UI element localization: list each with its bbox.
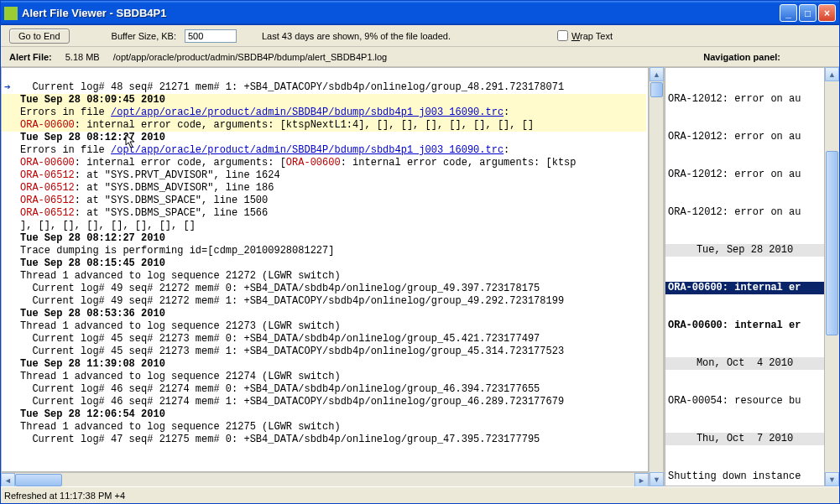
status-bar: Refreshed at 11:17:38 PM +4	[1, 486, 839, 503]
toolbar: Go to End Buffer Size, KB: Last 43 days …	[1, 25, 839, 47]
load-status-text: Last 43 days are shown, 9% of the file l…	[262, 31, 451, 41]
nav-item[interactable]: ORA-12012: error on au	[665, 206, 824, 219]
hscroll-track[interactable]	[15, 473, 634, 486]
scroll-down-icon[interactable]: ▼	[650, 472, 664, 486]
log-text: Errors in file	[20, 144, 111, 156]
status-text: Refreshed at 11:17:38 PM +4	[4, 491, 125, 501]
log-line: Current log# 49 seq# 21272 mem# 0: +SB4_…	[20, 283, 540, 294]
log-line: Current log# 45 seq# 21273 mem# 0: +SB4_…	[20, 333, 540, 345]
nav-item-selected[interactable]: ORA-00600: internal er	[665, 282, 824, 294]
trace-file-link[interactable]: /opt/app/oracle/product/admin/SBDB4P/bdu…	[111, 107, 503, 118]
ora-error-code: ORA-06512	[20, 195, 75, 206]
go-to-end-button[interactable]: Go to End	[9, 29, 70, 44]
nav-item[interactable]: ORA-12012: error on au	[665, 131, 824, 143]
log-line: Thread 1 advanced to log sequence 21272 …	[20, 270, 341, 282]
scroll-left-icon[interactable]: ◄	[1, 473, 15, 486]
log-line: Current log# 46 seq# 21274 mem# 0: +SB4_…	[20, 383, 540, 395]
log-line: Thread 1 advanced to log sequence 21274 …	[20, 371, 341, 382]
nav-item[interactable]: ORA-00054: resource bu	[665, 395, 824, 408]
maximize-button[interactable]: □	[799, 4, 817, 22]
log-line: Current log# 49 seq# 21272 mem# 1: +SB4_…	[20, 295, 564, 307]
buffer-size-label: Buffer Size, KB:	[112, 31, 176, 41]
file-size-text: 5.18 MB	[65, 52, 100, 62]
log-timestamp: Tue Sep 28 08:15:45 2010	[20, 257, 165, 269]
main-hscrollbar[interactable]: ◄ ►	[1, 472, 649, 486]
log-line: Thread 1 advanced to log sequence 21273 …	[20, 320, 341, 332]
navigation-panel[interactable]: ORA-12012: error on au ORA-12012: error …	[665, 67, 825, 486]
log-timestamp: Tue Sep 28 08:12:27 2010	[20, 232, 165, 244]
log-line: Current log# 48 seq# 21271 mem# 1: +SB4_…	[20, 81, 564, 93]
ora-error-code: ORA-00600	[286, 157, 341, 169]
nav-item[interactable]: ORA-12012: error on au	[665, 93, 824, 106]
current-line-arrow-icon: ➔	[4, 81, 11, 94]
nav-date-header: Thu, Oct 7 2010	[665, 433, 824, 445]
info-bar: Alert File: 5.18 MB /opt/app/oracle/prod…	[1, 47, 839, 67]
trace-file-link[interactable]: /opt/app/oracle/product/admin/SBDB4P/bdu…	[111, 144, 503, 156]
nav-date-header: Tue, Sep 28 2010	[665, 244, 824, 257]
log-text: Errors in file	[20, 107, 111, 118]
close-button[interactable]: ×	[818, 4, 836, 22]
log-line: ], [], [], [], [], [], [], []	[20, 220, 196, 231]
vscroll-thumb[interactable]	[826, 151, 838, 335]
ora-error-code: ORA-00600	[20, 157, 75, 169]
log-timestamp: Tue Sep 28 08:12:27 2010	[20, 132, 165, 143]
ora-error-code: ORA-06512	[20, 207, 75, 219]
main-pane-wrap: Current log# 48 seq# 21271 mem# 1: +SB4_…	[1, 67, 649, 486]
log-timestamp: Tue Sep 28 11:39:08 2010	[20, 358, 165, 370]
wrap-text-label: Wrap Text	[571, 31, 613, 41]
titlebar: Alert File Viewer - SBDB4P1 _ □ ×	[1, 1, 839, 25]
file-path-text: /opt/app/oracle/product/admin/SBDB4P/bdu…	[113, 52, 388, 62]
nav-item[interactable]: ORA-00600: internal er	[665, 320, 824, 332]
scroll-up-icon[interactable]: ▲	[650, 67, 664, 81]
nav-pane-wrap: ORA-12012: error on au ORA-12012: error …	[663, 67, 839, 486]
wrap-text-checkbox[interactable]: Wrap Text	[557, 30, 613, 41]
nav-vscrollbar[interactable]: ▲ ▼	[825, 67, 839, 486]
alert-file-label: Alert File:	[9, 52, 52, 62]
wrap-text-input[interactable]	[557, 30, 568, 41]
log-timestamp: Tue Sep 28 08:53:36 2010	[20, 308, 165, 320]
ora-error-code: ORA-06512	[20, 182, 75, 194]
log-line: Current log# 45 seq# 21273 mem# 1: +SB4_…	[20, 346, 564, 357]
app-icon	[4, 7, 18, 20]
hscroll-thumb[interactable]	[15, 474, 62, 486]
nav-date-header: Mon, Oct 4 2010	[665, 357, 824, 370]
log-line: Current log# 47 seq# 21275 mem# 0: +SB4_…	[20, 434, 540, 445]
minimize-button[interactable]: _	[780, 4, 797, 22]
scroll-up-icon[interactable]: ▲	[825, 67, 839, 81]
log-line: Trace dumping is performing id=[cdmp_201…	[20, 245, 334, 257]
log-viewer[interactable]: Current log# 48 seq# 21271 mem# 1: +SB4_…	[1, 67, 649, 472]
ora-error-code: ORA-06512	[20, 169, 75, 181]
window-title: Alert File Viewer - SBDB4P1	[22, 7, 780, 19]
vscroll-thumb[interactable]	[650, 82, 663, 97]
nav-item[interactable]: Shutting down instance	[665, 470, 824, 483]
buffer-size-input[interactable]	[185, 29, 237, 43]
nav-panel-label: Navigation panel:	[703, 52, 831, 62]
content-area: Current log# 48 seq# 21271 mem# 1: +SB4_…	[1, 67, 839, 486]
log-timestamp: Tue Sep 28 08:09:45 2010	[20, 94, 165, 106]
log-line: Thread 1 advanced to log sequence 21275 …	[20, 421, 341, 433]
nav-item[interactable]: ORA-12012: error on au	[665, 169, 824, 181]
scroll-down-icon[interactable]: ▼	[825, 472, 839, 486]
window-buttons: _ □ ×	[780, 4, 836, 22]
main-vscrollbar[interactable]: ▲ ▼	[649, 67, 663, 486]
ora-error-code: ORA-00600	[20, 119, 75, 131]
log-line: Current log# 46 seq# 21274 mem# 1: +SB4_…	[20, 396, 564, 408]
app-window: Alert File Viewer - SBDB4P1 _ □ × Go to …	[0, 0, 840, 504]
log-timestamp: Tue Sep 28 12:06:54 2010	[20, 408, 165, 420]
scroll-right-icon[interactable]: ►	[634, 473, 649, 486]
